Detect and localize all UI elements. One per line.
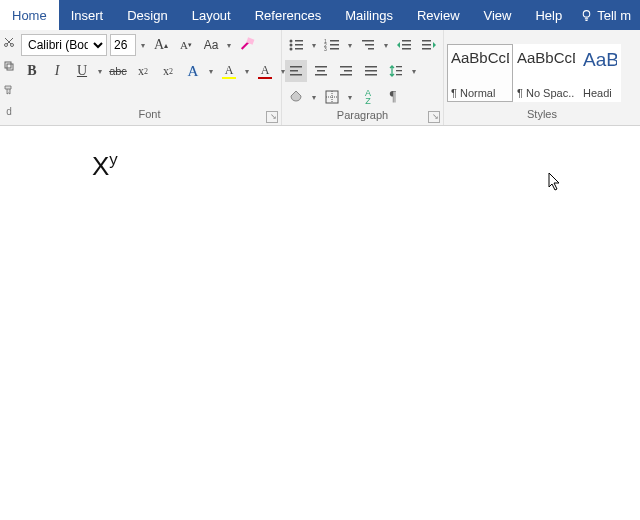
svg-rect-38	[365, 74, 377, 76]
numbering-dropdown[interactable]	[346, 34, 354, 56]
paragraph-group-label: Paragraph ↘	[282, 108, 443, 125]
svg-rect-40	[396, 70, 402, 71]
show-hide-marks-button[interactable]: ¶	[382, 86, 404, 108]
svg-rect-17	[330, 48, 339, 50]
multilevel-list-dropdown[interactable]	[382, 34, 390, 56]
tab-mailings[interactable]: Mailings	[333, 0, 405, 30]
line-spacing-button[interactable]	[385, 60, 407, 82]
svg-rect-31	[317, 70, 325, 72]
font-size-dropdown[interactable]	[139, 34, 147, 56]
tab-review[interactable]: Review	[405, 0, 472, 30]
style-no-spacing[interactable]: AaBbCcDc ¶ No Spac...	[513, 44, 579, 102]
tab-layout[interactable]: Layout	[180, 0, 243, 30]
svg-rect-41	[396, 74, 402, 75]
increase-indent-button[interactable]	[418, 34, 440, 56]
svg-rect-13	[330, 40, 339, 42]
style-heading1[interactable]: AaB Headi	[579, 44, 621, 102]
svg-rect-32	[315, 74, 327, 76]
tab-references[interactable]: References	[243, 0, 333, 30]
document-text[interactable]: Xy	[92, 150, 118, 182]
font-group: Calibri (Body) A▴ A▾ Aa B I U	[18, 30, 282, 125]
change-case-dropdown[interactable]	[225, 34, 233, 56]
underline-button[interactable]: U	[71, 60, 93, 82]
change-case-button[interactable]: Aa	[200, 34, 222, 56]
multilevel-list-button[interactable]	[357, 34, 379, 56]
tab-help[interactable]: Help	[523, 0, 574, 30]
svg-rect-21	[402, 40, 411, 42]
text-effects-button[interactable]: A	[182, 60, 204, 82]
style-normal[interactable]: AaBbCcDc ¶ Normal	[447, 44, 513, 102]
copy-button[interactable]	[1, 58, 17, 74]
shrink-font-button[interactable]: A▾	[175, 34, 197, 56]
align-right-button[interactable]	[335, 60, 357, 82]
svg-rect-24	[422, 40, 431, 42]
font-group-label: Font ↘	[18, 107, 281, 125]
bullets-dropdown[interactable]	[310, 34, 318, 56]
svg-rect-11	[295, 48, 303, 50]
font-color-button[interactable]: A	[254, 60, 276, 82]
svg-rect-9	[295, 44, 303, 46]
svg-rect-33	[340, 66, 352, 68]
clipboard-label-fragment: d	[6, 106, 12, 117]
highlight-button[interactable]: A	[218, 60, 240, 82]
underline-dropdown[interactable]	[96, 60, 104, 82]
italic-button[interactable]: I	[46, 60, 68, 82]
paragraph-group: 123	[282, 30, 444, 125]
clear-formatting-button[interactable]	[236, 34, 258, 56]
sort-button[interactable]: AZ	[357, 86, 379, 108]
highlight-dropdown[interactable]	[243, 60, 251, 82]
svg-point-10	[290, 48, 293, 51]
tab-home[interactable]: Home	[0, 0, 59, 30]
tab-design[interactable]: Design	[115, 0, 179, 30]
svg-rect-39	[396, 66, 402, 67]
svg-rect-19	[365, 44, 374, 46]
subscript-button[interactable]: x2	[132, 60, 154, 82]
justify-button[interactable]	[360, 60, 382, 82]
tab-insert[interactable]: Insert	[59, 0, 116, 30]
paragraph-dialog-launcher[interactable]: ↘	[428, 111, 440, 123]
svg-rect-15	[330, 44, 339, 46]
svg-rect-3	[7, 64, 13, 70]
numbering-button[interactable]: 123	[321, 34, 343, 56]
grow-font-button[interactable]: A▴	[150, 34, 172, 56]
svg-rect-27	[290, 66, 302, 68]
tab-view[interactable]: View	[472, 0, 524, 30]
align-center-button[interactable]	[310, 60, 332, 82]
font-size-input[interactable]	[110, 34, 136, 56]
bullets-button[interactable]	[285, 34, 307, 56]
cut-button[interactable]	[1, 34, 17, 50]
decrease-indent-button[interactable]	[393, 34, 415, 56]
borders-button[interactable]	[321, 86, 343, 108]
svg-point-0	[583, 10, 590, 17]
superscript-button[interactable]: x2	[157, 60, 179, 82]
shading-dropdown[interactable]	[310, 86, 318, 108]
svg-rect-23	[402, 48, 411, 50]
svg-rect-26	[422, 48, 431, 50]
svg-rect-36	[365, 66, 377, 68]
text-effects-dropdown[interactable]	[207, 60, 215, 82]
svg-point-8	[290, 44, 293, 47]
ribbon-tabs: Home Insert Design Layout References Mai…	[0, 0, 640, 30]
svg-rect-35	[340, 74, 352, 76]
svg-rect-25	[422, 44, 431, 46]
lightbulb-icon	[580, 9, 593, 22]
font-dialog-launcher[interactable]: ↘	[266, 111, 278, 123]
styles-group: AaBbCcDc ¶ Normal AaBbCcDc ¶ No Spac... …	[444, 30, 640, 125]
svg-rect-30	[315, 66, 327, 68]
svg-rect-20	[368, 48, 374, 50]
styles-group-label: Styles	[444, 107, 640, 125]
document-area[interactable]: Xy	[0, 126, 640, 520]
font-name-select[interactable]: Calibri (Body)	[21, 34, 107, 56]
svg-rect-7	[295, 40, 303, 42]
svg-rect-28	[290, 70, 298, 72]
svg-rect-34	[344, 70, 352, 72]
bold-button[interactable]: B	[21, 60, 43, 82]
tell-me-search[interactable]: Tell m	[574, 0, 640, 30]
align-left-button[interactable]	[285, 60, 307, 82]
borders-dropdown[interactable]	[346, 86, 354, 108]
strikethrough-button[interactable]: abc	[107, 60, 129, 82]
clipboard-group-edge: d	[0, 30, 18, 125]
line-spacing-dropdown[interactable]	[410, 60, 418, 82]
shading-button[interactable]	[285, 86, 307, 108]
format-painter-button[interactable]	[1, 82, 17, 98]
